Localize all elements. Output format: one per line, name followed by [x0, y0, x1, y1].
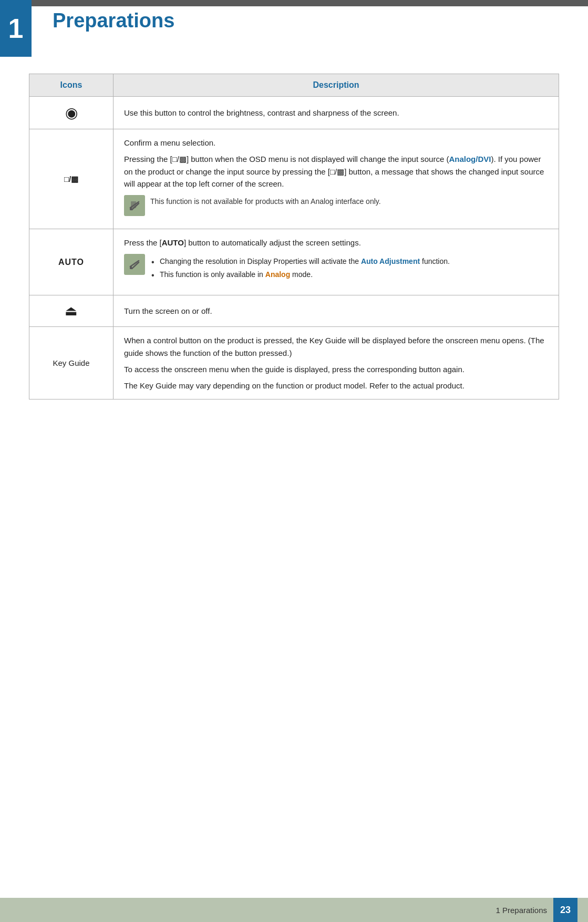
desc-para: Use this button to control the brightnes…	[124, 107, 548, 119]
note-block-analog: This function is not available for produ…	[124, 195, 548, 216]
desc-cell-brightness: Use this button to control the brightnes…	[114, 97, 559, 129]
icon-cell-target: ◉	[29, 97, 114, 129]
page-title: Preparations	[53, 9, 567, 32]
desc-cell-source: Confirm a menu selection. Pressing the […	[114, 129, 559, 229]
list-item: This function is only available in Analo…	[150, 269, 548, 280]
page-header: Preparations	[53, 9, 567, 32]
col-header-icons: Icons	[29, 74, 114, 97]
note-icon-wrap	[124, 195, 145, 216]
target-icon: ◉	[65, 104, 78, 121]
desc-para-keyguide-2: To access the onscreen menu when the gui…	[124, 363, 548, 375]
icon-cell-keyguide: Key Guide	[29, 327, 114, 399]
chapter-number: 1	[8, 13, 24, 44]
note-block-auto: Changing the resolution in Display Prope…	[124, 254, 548, 282]
top-bar	[0, 0, 588, 6]
desc-para-confirm: Confirm a menu selection.	[124, 137, 548, 149]
table-row: ◉ Use this button to control the brightn…	[29, 97, 559, 129]
page-footer: 1 Preparations 23	[0, 898, 588, 922]
desc-para-auto: Press the [AUTO] button to automatically…	[124, 237, 548, 249]
main-content: Icons Description ◉ Use this button to c…	[29, 74, 559, 399]
list-item: Changing the resolution in Display Prope…	[150, 256, 548, 267]
desc-cell-keyguide: When a control button on the product is …	[114, 327, 559, 399]
auto-label-bold: AUTO	[162, 238, 184, 247]
col-header-description: Description	[114, 74, 559, 97]
note-pencil-icon-auto	[129, 259, 140, 270]
icon-cell-source: □/▩	[29, 129, 114, 229]
desc-para-power: Turn the screen on or off.	[124, 305, 548, 317]
info-table: Icons Description ◉ Use this button to c…	[29, 74, 559, 399]
source-icon: □/▩	[64, 175, 78, 184]
desc-cell-auto: Press the [AUTO] button to automatically…	[114, 229, 559, 295]
table-row: AUTO Press the [AUTO] button to automati…	[29, 229, 559, 295]
icon-cell-power: ⏏	[29, 295, 114, 327]
highlight-analog-dvi: Analog/DVI	[449, 155, 491, 163]
chapter-marker: 1	[0, 0, 32, 57]
table-row: □/▩ Confirm a menu selection. Pressing t…	[29, 129, 559, 229]
bullet-list-auto: Changing the resolution in Display Prope…	[150, 256, 548, 280]
footer-chapter-text: 1 Preparations	[496, 906, 547, 915]
note-content-analog: This function is not available for produ…	[150, 195, 548, 207]
note-content-auto: Changing the resolution in Display Prope…	[150, 254, 548, 282]
keyguide-label: Key Guide	[53, 358, 89, 367]
icon-cell-auto: AUTO	[29, 229, 114, 295]
table-row: Key Guide When a control button on the p…	[29, 327, 559, 399]
highlight-auto-adjustment: Auto Adjustment	[361, 257, 420, 265]
desc-para-source-change: Pressing the [□/▩] button when the OSD m…	[124, 153, 548, 190]
auto-icon: AUTO	[58, 258, 84, 267]
power-icon: ⏏	[65, 303, 78, 319]
highlight-analog: Analog	[265, 270, 290, 279]
note-icon-wrap-auto	[124, 254, 145, 275]
desc-para-keyguide-1: When a control button on the product is …	[124, 334, 548, 359]
note-text-analog: This function is not available for produ…	[150, 197, 381, 206]
table-row: ⏏ Turn the screen on or off.	[29, 295, 559, 327]
desc-cell-power: Turn the screen on or off.	[114, 295, 559, 327]
desc-para-keyguide-3: The Key Guide may vary depending on the …	[124, 380, 548, 392]
footer-page-number: 23	[553, 898, 577, 922]
note-pencil-icon	[129, 200, 140, 211]
